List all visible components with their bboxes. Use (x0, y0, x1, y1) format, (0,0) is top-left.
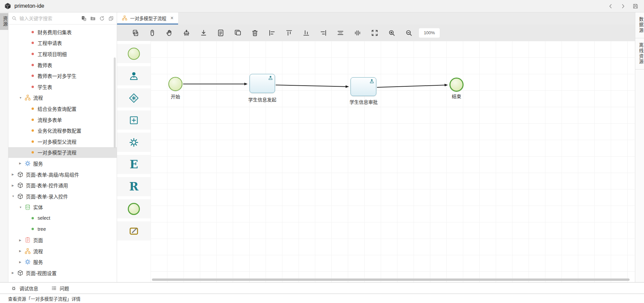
node-user-task-1[interactable] (250, 74, 275, 93)
distribute-vertical-button[interactable] (354, 29, 362, 37)
tree-item[interactable]: ▶页面 (8, 234, 117, 246)
tree-item[interactable]: ▶流程 (8, 246, 117, 257)
align-right-button[interactable] (319, 29, 327, 37)
chevron-right-icon[interactable]: ▶ (19, 260, 24, 264)
page-icon (24, 237, 31, 243)
tree-item[interactable]: ▶服务 (8, 158, 117, 169)
flow-icon (24, 248, 31, 254)
node-user-task-2[interactable] (351, 77, 376, 96)
tree-item[interactable]: 学生表 (8, 81, 117, 92)
app-logo-icon (4, 2, 11, 10)
align-bottom-button[interactable] (302, 29, 310, 37)
user-task-icon (268, 75, 273, 80)
letter-glyph: E (129, 159, 138, 170)
tree-item[interactable]: ▶页面-表单-高级/布局组件 (8, 169, 117, 180)
editor-tabbar: 一对多模型子流程 × (117, 12, 635, 25)
toolbar-buttons (131, 29, 413, 37)
tree-item[interactable]: 流程多表单 (8, 114, 117, 125)
rail-tab-resources[interactable]: 资源 (0, 13, 8, 30)
tab-flow-model[interactable]: 一对多模型子流程 × (117, 12, 178, 25)
zoom-out-button[interactable] (405, 29, 413, 37)
chevron-right-icon[interactable]: ▶ (12, 271, 17, 274)
tree-item[interactable]: 一对多模型子流程 (8, 147, 117, 158)
palette-item-start-event[interactable] (117, 44, 151, 63)
history-forward-icon[interactable] (620, 3, 626, 9)
history-back-icon[interactable] (607, 3, 614, 9)
zoom-in-button[interactable] (388, 29, 396, 37)
collapse-all-icon[interactable] (108, 15, 114, 21)
tree-item[interactable]: ▼实体 (8, 202, 117, 213)
chevron-right-icon[interactable]: ▶ (12, 184, 17, 187)
bottom-tab-debug[interactable]: 调试信息 (11, 285, 38, 292)
tree-item[interactable]: 教师表 (8, 59, 117, 71)
tree-item[interactable]: 工程项目明细 (8, 48, 117, 59)
chevron-right-icon[interactable]: ▶ (12, 173, 17, 176)
tree-item[interactable]: select (8, 213, 117, 224)
tree-item[interactable]: ▶服务 (8, 256, 117, 267)
palette-item-service-task[interactable] (117, 133, 151, 152)
tree-scrollbar[interactable] (114, 57, 116, 148)
palette-item-gateway[interactable] (117, 88, 151, 107)
fit-view-button[interactable] (371, 29, 379, 37)
chevron-right-icon[interactable]: ▶ (19, 239, 24, 242)
chevron-down-icon[interactable]: ▼ (19, 206, 24, 209)
save-icon[interactable] (632, 3, 639, 9)
tree-item[interactable]: 一对多模型父流程 (8, 136, 117, 147)
download-button[interactable] (200, 29, 208, 37)
tree-item[interactable]: 结合业务查询配置 (8, 103, 117, 114)
zoom-level[interactable]: 100% (419, 28, 440, 38)
node-end-event[interactable] (449, 78, 464, 92)
search-input[interactable] (19, 16, 81, 21)
debug-icon (11, 285, 17, 291)
canvas-horizontal-scrollbar[interactable] (152, 278, 630, 281)
tree-item[interactable]: 财务费用归集表 (8, 27, 117, 38)
multi-select-button[interactable] (131, 29, 139, 37)
editor-toolbar: 100% (117, 25, 635, 41)
tree-item-label: 一对多模型父流程 (38, 138, 76, 145)
clear-brush-button[interactable] (182, 29, 191, 37)
palette-item-subprocess[interactable] (117, 111, 151, 130)
import-model-icon[interactable] (81, 15, 87, 21)
status-dot-orange (32, 129, 34, 132)
node-start-event[interactable] (168, 77, 182, 91)
tree-item[interactable]: 教师表一对多学生 (8, 70, 117, 81)
refresh-icon[interactable] (99, 15, 105, 21)
tree-item[interactable]: ▶页面-表单-控件通用 (8, 180, 117, 191)
align-top-button[interactable] (285, 29, 293, 37)
start-event-icon (128, 48, 140, 60)
align-center-horizontal-button[interactable] (336, 29, 344, 37)
palette-item-r-element[interactable]: R (117, 177, 151, 196)
new-folder-icon[interactable] (90, 15, 96, 21)
tree-item[interactable]: tree (8, 224, 117, 235)
gear-icon (129, 137, 139, 147)
chevron-down-icon[interactable]: ▼ (12, 194, 17, 198)
align-left-button[interactable] (268, 29, 276, 37)
tree-item-label: 流程 (33, 248, 43, 255)
delete-button[interactable] (251, 29, 259, 37)
chevron-right-icon[interactable]: ▶ (19, 249, 24, 253)
palette-item-e-element[interactable]: E (117, 155, 151, 174)
tree-item[interactable]: ▼页面-表单-录入控件 (8, 191, 117, 202)
flow-canvas[interactable]: 开始 学生信息发起 学生信息审批 结束 (151, 41, 635, 282)
palette-item-user-task[interactable] (117, 66, 151, 85)
right-rail-tab-datasource[interactable]: 数据源 (635, 12, 644, 38)
tree-item[interactable]: ▶页面-视图设置 (8, 267, 117, 278)
gateway-icon (129, 93, 139, 103)
close-icon[interactable]: × (170, 15, 173, 21)
palette-item-note[interactable] (117, 221, 151, 241)
document-button[interactable] (217, 29, 225, 37)
right-rail-tab-offline-resources[interactable]: 离线资源 (635, 38, 644, 70)
chevron-right-icon[interactable]: ▶ (19, 162, 24, 165)
tree-item[interactable]: 业务化流程参数配置 (8, 125, 117, 136)
chevron-down-icon[interactable]: ▼ (19, 96, 24, 99)
tree-item[interactable]: ▼流程 (8, 92, 117, 103)
palette-item-end-event[interactable] (117, 199, 151, 218)
duplicate-button[interactable] (234, 29, 242, 37)
status-dot-red (32, 53, 34, 55)
node-label-task-1: 学生信息发起 (246, 96, 279, 103)
bottom-tab-list[interactable]: 问题 (51, 285, 69, 292)
tree-item-label: 流程多表单 (38, 116, 62, 123)
pan-hand-button[interactable] (165, 29, 173, 37)
pointer-button[interactable] (148, 29, 156, 37)
tree-item[interactable]: 工程申请表 (8, 38, 117, 49)
